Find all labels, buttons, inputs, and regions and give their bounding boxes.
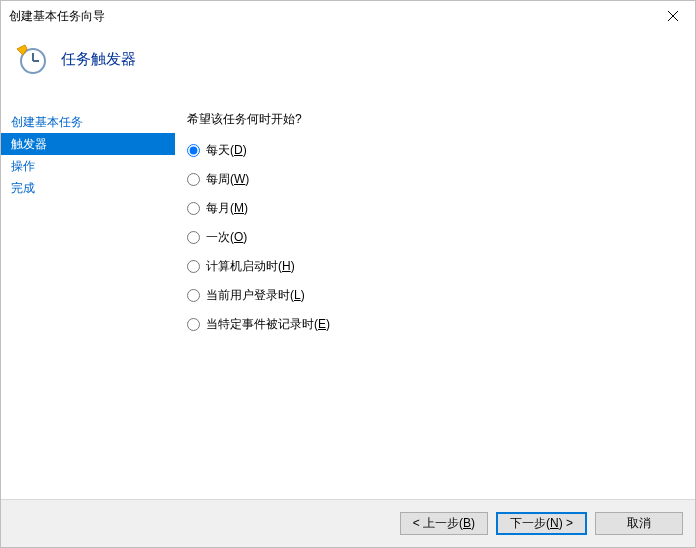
option-once[interactable]: 一次(O) (187, 229, 683, 246)
radio-user-logon[interactable] (187, 289, 200, 302)
clock-icon (15, 43, 47, 75)
trigger-prompt: 希望该任务何时开始? (187, 111, 683, 128)
sidebar-step-action[interactable]: 操作 (1, 155, 175, 177)
option-daily[interactable]: 每天(D) (187, 142, 683, 159)
titlebar: 创建基本任务向导 (1, 1, 695, 31)
wizard-content: 希望该任务何时开始? 每天(D) 每周(W) 每月(M) 一次(O) (175, 87, 695, 499)
radio-monthly[interactable] (187, 202, 200, 215)
option-event-logged-label[interactable]: 当特定事件被记录时(E) (206, 316, 330, 333)
option-monthly[interactable]: 每月(M) (187, 200, 683, 217)
sidebar-step-finish[interactable]: 完成 (1, 177, 175, 199)
radio-computer-start[interactable] (187, 260, 200, 273)
wizard-header: 任务触发器 (1, 31, 695, 87)
trigger-options: 每天(D) 每周(W) 每月(M) 一次(O) 计算机启动时(H) (187, 142, 683, 333)
sidebar-step-create-basic-task[interactable]: 创建基本任务 (1, 111, 175, 133)
window-title: 创建基本任务向导 (9, 8, 105, 25)
sidebar-step-trigger[interactable]: 触发器 (1, 133, 175, 155)
option-daily-label[interactable]: 每天(D) (206, 142, 247, 159)
radio-weekly[interactable] (187, 173, 200, 186)
wizard-footer: < 上一步(B) 下一步(N) > 取消 (1, 499, 695, 547)
option-computer-start-label[interactable]: 计算机启动时(H) (206, 258, 295, 275)
close-button[interactable] (650, 1, 695, 31)
radio-daily[interactable] (187, 144, 200, 157)
option-monthly-label[interactable]: 每月(M) (206, 200, 248, 217)
option-user-logon-label[interactable]: 当前用户登录时(L) (206, 287, 305, 304)
radio-once[interactable] (187, 231, 200, 244)
close-icon (668, 11, 678, 21)
wizard-sidebar: 创建基本任务 触发器 操作 完成 (1, 87, 175, 499)
wizard-heading: 任务触发器 (61, 50, 136, 69)
option-computer-start[interactable]: 计算机启动时(H) (187, 258, 683, 275)
option-weekly[interactable]: 每周(W) (187, 171, 683, 188)
option-once-label[interactable]: 一次(O) (206, 229, 247, 246)
radio-event-logged[interactable] (187, 318, 200, 331)
wizard-window: 创建基本任务向导 任务触发器 创建基本任务 触发器 操作 完成 (0, 0, 696, 548)
next-button[interactable]: 下一步(N) > (496, 512, 587, 535)
wizard-body: 创建基本任务 触发器 操作 完成 希望该任务何时开始? 每天(D) 每周(W) … (1, 87, 695, 499)
option-event-logged[interactable]: 当特定事件被记录时(E) (187, 316, 683, 333)
cancel-button[interactable]: 取消 (595, 512, 683, 535)
option-weekly-label[interactable]: 每周(W) (206, 171, 249, 188)
option-user-logon[interactable]: 当前用户登录时(L) (187, 287, 683, 304)
back-button[interactable]: < 上一步(B) (400, 512, 488, 535)
